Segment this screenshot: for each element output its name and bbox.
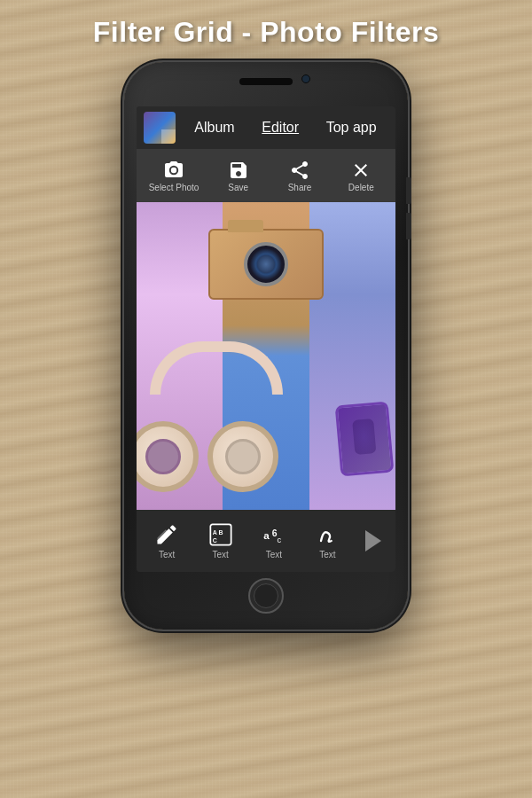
bottom-bar: Text A B C Text a	[137, 510, 395, 572]
sunglasses	[329, 395, 395, 483]
text-edit-icon	[154, 522, 179, 547]
delete-icon	[350, 160, 372, 181]
text-cursive-icon	[315, 522, 340, 547]
text-abc-button[interactable]: A B C Text	[200, 522, 242, 559]
svg-text:c: c	[277, 536, 281, 544]
save-label: Save	[228, 183, 248, 192]
camera-body	[208, 229, 324, 300]
next-arrow-icon	[365, 530, 381, 552]
headphone-right-inner	[225, 439, 261, 474]
volume-down-button[interactable]	[406, 213, 411, 239]
camera-top	[228, 220, 263, 232]
phone-camera	[301, 74, 310, 83]
tab-album[interactable]: Album	[189, 116, 239, 139]
share-icon	[289, 160, 310, 181]
delete-label: Delete	[348, 183, 374, 192]
text-cursive-label: Text	[319, 550, 335, 559]
headphone-right-cup	[207, 421, 278, 492]
nav-tabs: Album Editor Top app	[183, 116, 388, 139]
share-button[interactable]: Share	[278, 160, 322, 192]
phone-mockup: Album Editor Top app	[124, 62, 408, 630]
phone-frame: Album Editor Top app	[124, 62, 408, 630]
headphones	[137, 341, 305, 492]
text-script-label: Text	[266, 550, 282, 559]
sunglasses-lens	[352, 419, 376, 455]
toolbar: Select Photo Save Share	[137, 149, 395, 202]
album-thumbnail[interactable]	[144, 112, 176, 144]
tab-editor[interactable]: Editor	[256, 116, 304, 139]
svg-text:C: C	[212, 537, 216, 544]
photo-area	[137, 202, 395, 510]
next-button[interactable]	[360, 528, 387, 554]
share-label: Share	[288, 183, 312, 192]
save-icon	[228, 160, 249, 181]
phone-speaker	[239, 78, 293, 85]
text-script-button[interactable]: a 6 c Text	[253, 522, 295, 559]
text-edit-label: Text	[159, 550, 175, 559]
text-edit-button[interactable]: Text	[145, 522, 188, 559]
headphone-left-inner	[145, 439, 181, 474]
text-abc-icon: A B C	[208, 522, 233, 547]
headphone-band	[150, 341, 283, 395]
select-photo-label: Select Photo	[149, 183, 200, 192]
phone-screen: Album Editor Top app	[137, 106, 395, 572]
svg-text:A B: A B	[212, 529, 223, 536]
headphone-left-cup	[137, 421, 199, 492]
select-photo-button[interactable]: Select Photo	[149, 160, 200, 192]
page-title: Filter Grid - Photo Filters	[0, 16, 532, 49]
svg-text:a: a	[263, 529, 270, 541]
nav-bar: Album Editor Top app	[137, 106, 395, 149]
phone-home-inner	[254, 583, 278, 608]
text-cursive-button[interactable]: Text	[306, 522, 348, 559]
delete-button[interactable]: Delete	[339, 160, 383, 192]
volume-up-button[interactable]	[406, 177, 411, 204]
phone-home-button[interactable]	[248, 578, 284, 614]
text-abc-label: Text	[212, 550, 228, 559]
text-script-icon: a 6 c	[262, 522, 286, 547]
camera-lens	[244, 242, 288, 286]
sunglasses-frame	[335, 402, 395, 477]
save-button[interactable]: Save	[216, 160, 261, 192]
camera-icon	[163, 160, 184, 181]
tab-topapp[interactable]: Top app	[321, 116, 382, 139]
